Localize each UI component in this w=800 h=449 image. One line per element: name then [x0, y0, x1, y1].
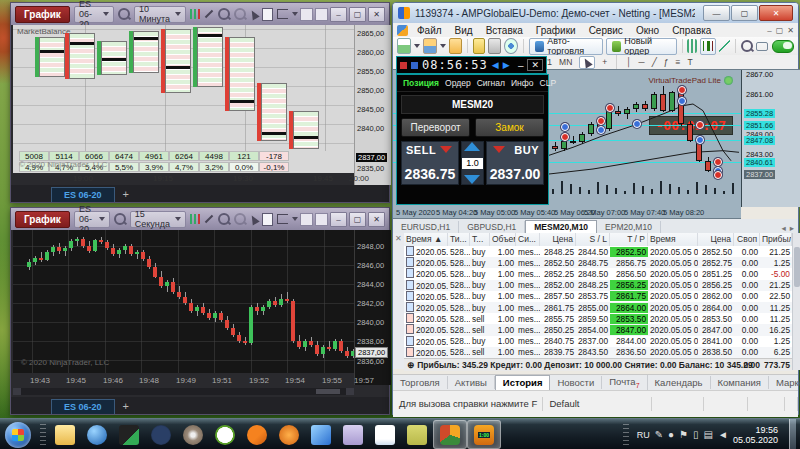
cursor-tool-icon[interactable] — [579, 56, 595, 69]
nt1-close-button[interactable]: ✕ — [368, 7, 385, 22]
clock-minimize-button[interactable]: – — [518, 60, 524, 71]
draw-pencil-icon[interactable] — [204, 212, 214, 227]
toolbox-tab-почта[interactable]: Почта7 — [602, 375, 647, 390]
draw-tool-4-icon[interactable]: ≡ — [676, 57, 681, 67]
toolbox-tab-активы[interactable]: Активы — [448, 376, 495, 389]
mt5-titlebar[interactable]: 1139374 - AMPGlobalEU-Demo: Демо-счет - … — [393, 3, 798, 23]
taskbar-info-icon[interactable] — [273, 421, 305, 448]
history-vscrollbar[interactable] — [792, 233, 800, 370]
notes-icon[interactable] — [262, 7, 273, 22]
vtp-tab-позиция[interactable]: Позиция — [403, 78, 439, 88]
chevron-down-icon[interactable] — [440, 44, 446, 48]
toolbox-tab-торговля[interactable]: Торговля — [393, 376, 448, 389]
new-chart-icon[interactable] — [397, 38, 411, 54]
zoom-in-icon[interactable] — [218, 212, 230, 227]
vtp-tab-ордер[interactable]: Ордер — [445, 78, 471, 88]
col-header-3[interactable]: Объем — [490, 233, 516, 246]
data-folder-icon[interactable] — [449, 38, 463, 54]
vtp-tab-инфо[interactable]: Инфо — [511, 78, 534, 88]
table-row[interactable]: 2020.05...528...buy1.00mes...2848.252844… — [404, 246, 792, 257]
vtp-clock-bar[interactable]: 08:56:53 ◀ ▶ – ✕ — [396, 56, 547, 74]
scroll-right-icon[interactable] — [346, 388, 354, 395]
mt5-close-button[interactable]: ✕ — [759, 5, 793, 21]
taskbar-fl-app-icon[interactable] — [113, 421, 145, 448]
start-button[interactable] — [5, 422, 31, 448]
signal-icon[interactable] — [504, 38, 518, 54]
search-icon[interactable] — [114, 212, 126, 227]
menu-item-сервис[interactable]: Сервис — [583, 24, 629, 37]
chart-tab-mesm20[interactable]: MESM20,M10 — [525, 220, 597, 233]
draw-tool-2-icon[interactable]: ╱ — [652, 57, 657, 67]
vtp-tab-clp[interactable]: CLP — [540, 78, 557, 88]
draw-tool-5-icon[interactable]: T — [687, 57, 692, 67]
lock-button[interactable]: Замок — [475, 118, 544, 137]
bar-chart-type-icon[interactable] — [687, 39, 697, 53]
table-row[interactable]: 2020.05...528...buy1.00mes...2852.002848… — [404, 280, 792, 291]
menu-item-вставка[interactable]: Вставка — [480, 24, 529, 37]
tray-icon-2[interactable]: ⚑ — [679, 429, 688, 440]
mt5-price-axis[interactable]: 2867.002861.002849.002843.002855.282851.… — [741, 70, 800, 207]
line-chart-type-icon[interactable] — [719, 39, 729, 53]
taskbar-ccleaner-icon[interactable] — [241, 421, 273, 448]
nt1-instrument-select[interactable]: ES 06-20 — [74, 6, 114, 23]
volume-up-icon[interactable] — [464, 142, 480, 151]
panel-icon[interactable] — [277, 212, 288, 227]
language-indicator[interactable]: RU — [637, 430, 650, 440]
col-header-8[interactable]: Время — [648, 233, 698, 246]
zoom-out-icon[interactable] — [234, 7, 246, 22]
zoom-out-icon[interactable] — [234, 212, 246, 227]
taskbar-sticky-note-icon[interactable] — [401, 421, 433, 448]
col-header-9[interactable]: Цена — [698, 233, 734, 246]
tab-scroll-left-icon[interactable]: ◂ — [781, 223, 785, 233]
nt2-tab-es0620[interactable]: ES 06-20 — [51, 399, 115, 414]
mdi-minimize-icon[interactable]: – — [767, 26, 771, 35]
candle-chart-type-icon[interactable] — [700, 38, 716, 55]
taskbar-mt5-terminal-icon[interactable] — [433, 420, 467, 449]
nt1-titlebar[interactable]: График ES 06-20 10 Минута – ▢ — [11, 3, 389, 25]
zoom-in-icon[interactable] — [218, 7, 230, 22]
toolbox-tab-календарь[interactable]: Календарь — [648, 376, 711, 389]
tray-icon-5[interactable]: ◄ — [718, 429, 728, 440]
toolbox-tab-новости[interactable]: Новости — [550, 376, 602, 389]
menu-item-вид[interactable]: Вид — [449, 24, 479, 37]
buy-button[interactable]: BUY 2837.00 — [486, 141, 544, 185]
nt2-minimize-button[interactable]: – — [330, 212, 347, 227]
mt5-minimize-button[interactable]: — — [703, 5, 730, 21]
table-row[interactable]: 2020.05...528...sell1.00mes...2839.75284… — [404, 347, 792, 358]
taskbar-media-player-icon[interactable]: 1:00 — [467, 420, 501, 449]
col-header-6[interactable]: S / L — [576, 233, 610, 246]
print-icon[interactable] — [488, 38, 501, 54]
toolbox-tab-история[interactable]: История — [495, 375, 551, 391]
volume-stepper[interactable]: 1.0 — [461, 141, 484, 185]
nt1-footprint-chart[interactable]: MarketBalance — [13, 25, 354, 151]
tray-icon-4[interactable]: ▤ — [704, 429, 713, 440]
chat-icon[interactable] — [756, 39, 769, 54]
draw-pencil-icon[interactable] — [204, 7, 214, 22]
nt2-interval-select[interactable]: 15 Секунда — [130, 211, 186, 228]
clock-close-button[interactable]: ✕ — [527, 59, 543, 71]
taskbar-utorrent-icon[interactable] — [209, 421, 241, 448]
nt2-price-axis[interactable]: 2848,002846,002844,002842,002840,002838,… — [354, 230, 391, 385]
toolbox-close-icon[interactable]: ✕ — [395, 234, 402, 243]
sell-button[interactable]: SELL 2836.75 — [401, 141, 459, 185]
mt5-maximize-button[interactable]: ▢ — [731, 5, 758, 21]
chart-style-icon[interactable] — [190, 7, 200, 22]
volume-down-icon[interactable] — [464, 175, 480, 184]
col-header-4[interactable]: Си... — [516, 233, 540, 246]
col-header-5[interactable]: Цена — [540, 233, 576, 246]
col-header-0[interactable]: Время ▲ — [404, 233, 448, 246]
link-square-icon[interactable] — [300, 8, 313, 21]
menu-item-графики[interactable]: Графики — [530, 24, 582, 37]
journal-icon[interactable] — [473, 38, 485, 54]
toolbox-tab-маркет[interactable]: Маркет — [769, 376, 800, 389]
nt2-instrument-select[interactable]: ES 06-20 — [74, 211, 110, 228]
table-row[interactable]: 2020.05...528...sell1.00mes...2850.25285… — [404, 324, 792, 335]
tab-scroll-right-icon[interactable]: ▸ — [790, 223, 794, 233]
zoom-in-icon[interactable] — [740, 39, 753, 54]
tray-icon-3[interactable]: ▯ — [693, 429, 699, 440]
crosshair-tool-icon[interactable]: + — [602, 57, 607, 67]
draw-tool-1-icon[interactable]: ─ — [639, 57, 645, 67]
cursor-icon[interactable] — [250, 212, 258, 227]
col-header-1[interactable]: Ти... — [448, 233, 470, 246]
autotrade-button[interactable]: Авто-торговля — [529, 38, 603, 55]
